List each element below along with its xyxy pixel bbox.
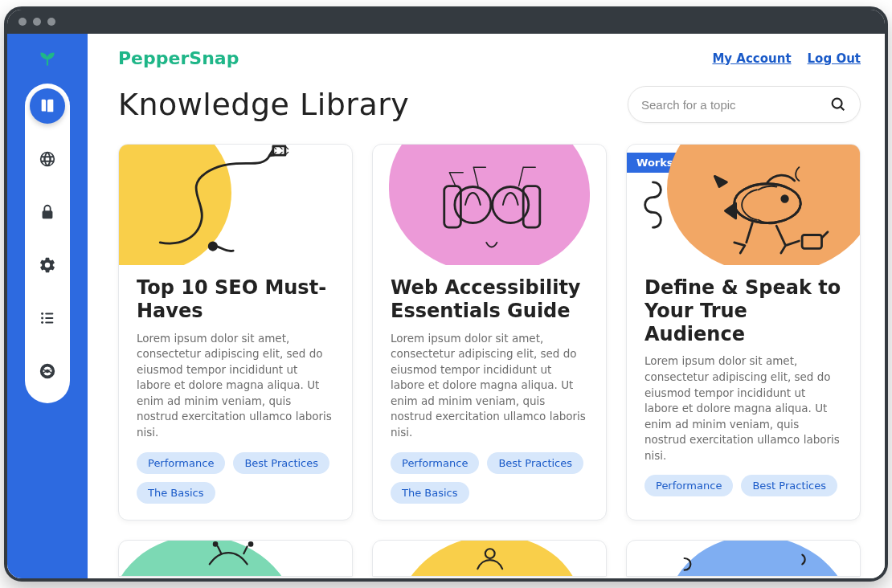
article-card[interactable]: Worksheet	[626, 144, 861, 521]
sidebar-item-library[interactable]	[30, 88, 65, 124]
svg-point-18	[214, 542, 217, 545]
my-account-link[interactable]: My Account	[712, 51, 791, 66]
svg-rect-11	[523, 186, 540, 228]
sidebar	[7, 34, 88, 578]
svg-line-7	[841, 107, 844, 110]
tag-chip[interactable]: The Basics	[391, 482, 469, 504]
article-card-peek[interactable]	[118, 540, 353, 577]
svg-rect-17	[802, 235, 821, 249]
sidebar-nav	[25, 84, 70, 403]
card-excerpt: Lorem ipsum dolor sit amet, consectetur …	[391, 331, 588, 441]
svg-point-20	[485, 549, 495, 558]
card-title: Top 10 SEO Must-Haves	[137, 276, 334, 323]
card-cover	[373, 541, 606, 576]
sidebar-item-list[interactable]	[30, 300, 65, 336]
tag-chip[interactable]: Performance	[391, 452, 479, 474]
article-card-peek[interactable]	[626, 540, 861, 577]
top-bar: PepperSnap My Account Log Out	[118, 48, 861, 68]
browser-frame: PepperSnap My Account Log Out Knowledge …	[4, 6, 888, 582]
article-card[interactable]: Top 10 SEO Must-Haves Lorem ipsum dolor …	[118, 144, 353, 521]
sidebar-item-explore[interactable]	[30, 141, 65, 177]
sidebar-item-settings[interactable]	[30, 247, 65, 283]
card-cover	[119, 541, 352, 576]
window-dot	[47, 18, 55, 26]
card-grid: Top 10 SEO Must-Haves Lorem ipsum dolor …	[118, 144, 861, 578]
viewport: PepperSnap My Account Log Out Knowledge …	[7, 34, 885, 578]
main-content: PepperSnap My Account Log Out Knowledge …	[88, 34, 885, 578]
log-out-link[interactable]: Log Out	[808, 51, 861, 66]
svg-point-16	[782, 196, 788, 202]
svg-point-0	[41, 312, 43, 315]
card-cover	[627, 541, 860, 576]
card-excerpt: Lorem ipsum dolor sit amet, consectetur …	[137, 331, 334, 441]
search-box[interactable]	[628, 86, 861, 123]
search-input[interactable]	[641, 98, 829, 112]
card-tags: Performance Best Practices The Basics	[391, 452, 588, 504]
svg-rect-5	[45, 322, 53, 324]
article-card[interactable]: Web Accessibility Essentials Guide Lorem…	[372, 144, 607, 521]
tag-chip[interactable]: Performance	[137, 452, 225, 474]
card-excerpt: Lorem ipsum dolor sit amet, consectetur …	[644, 353, 842, 463]
tag-chip[interactable]: Performance	[644, 475, 733, 496]
window-dot	[18, 18, 27, 26]
page-header-row: Knowledge Library	[118, 86, 861, 123]
sprout-logo-icon	[37, 48, 58, 66]
card-cover	[119, 145, 352, 265]
card-tags: Performance Best Practices The Basics	[137, 452, 334, 504]
card-tags: Performance Best Practices	[644, 475, 842, 496]
svg-point-1	[41, 317, 43, 320]
svg-point-19	[249, 542, 252, 545]
tag-chip[interactable]: Best Practices	[487, 452, 583, 474]
tag-chip[interactable]: The Basics	[137, 482, 215, 504]
article-card-peek[interactable]	[372, 540, 607, 577]
page-title: Knowledge Library	[118, 87, 409, 122]
svg-rect-3	[45, 313, 53, 315]
search-icon	[829, 96, 847, 113]
window-titlebar	[7, 10, 885, 34]
card-title: Web Accessibility Essentials Guide	[391, 276, 588, 323]
window-dot	[33, 18, 41, 26]
sidebar-item-security[interactable]	[30, 194, 65, 230]
tag-chip[interactable]: Best Practices	[741, 475, 837, 496]
brand-logo: PepperSnap	[118, 48, 239, 68]
card-cover	[627, 145, 860, 265]
top-links: My Account Log Out	[712, 51, 861, 66]
svg-point-2	[41, 321, 43, 324]
svg-point-6	[833, 99, 842, 108]
tag-chip[interactable]: Best Practices	[233, 452, 329, 474]
sidebar-item-help[interactable]	[30, 353, 65, 389]
card-cover	[373, 145, 606, 265]
card-title: Define & Speak to Your True Audience	[644, 276, 842, 345]
svg-rect-4	[45, 317, 53, 319]
svg-rect-10	[444, 186, 461, 228]
